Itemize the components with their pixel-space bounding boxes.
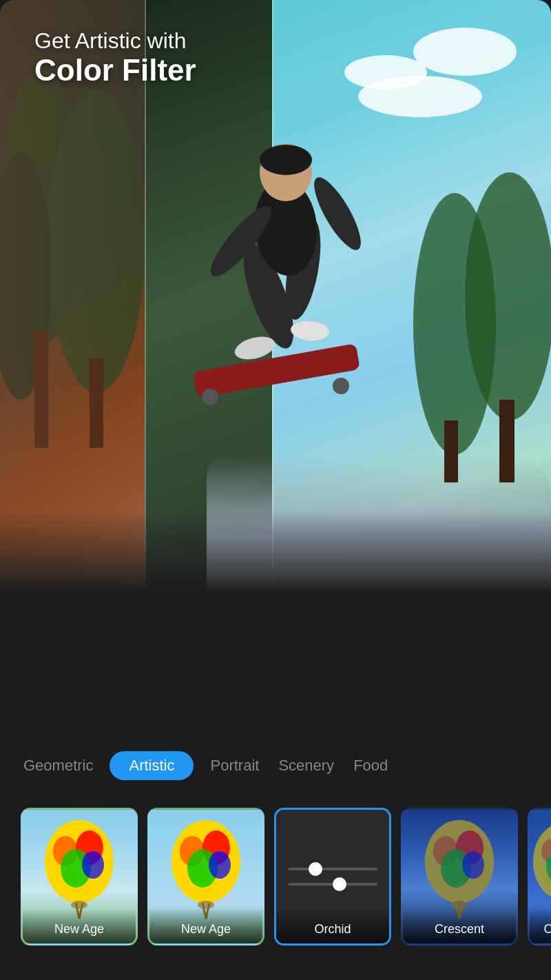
tab-scenery[interactable]: Scenery xyxy=(276,751,337,780)
balloon-icon-2 xyxy=(165,817,247,920)
bottom-panel: Geometric Artistic Portrait Scenery Food… xyxy=(0,593,551,980)
svg-point-10 xyxy=(202,389,218,405)
filter-label-4: Crescent xyxy=(403,908,516,943)
tab-food[interactable]: Food xyxy=(351,751,391,780)
filter-crescent-2[interactable]: Cres... xyxy=(528,808,551,946)
svg-point-6 xyxy=(260,145,312,175)
filter-crescent[interactable]: Crescent xyxy=(401,808,518,946)
bottom-fade xyxy=(0,510,551,593)
svg-point-25 xyxy=(82,851,104,879)
hero-subtitle: Get Artistic with xyxy=(34,28,196,54)
balloon-icon-5 xyxy=(528,817,551,920)
svg-point-31 xyxy=(209,851,231,879)
filter-row: New Age New Age xyxy=(0,801,551,952)
tab-artistic[interactable]: Artistic xyxy=(110,751,194,780)
filter-label-2: New Age xyxy=(149,908,262,943)
tab-portrait[interactable]: Portrait xyxy=(207,751,262,780)
filter-label-5: Cres... xyxy=(530,908,551,943)
empty-space xyxy=(0,593,551,731)
category-tabs: Geometric Artistic Portrait Scenery Food xyxy=(0,731,551,794)
hero-section: Get Artistic with Color Filter xyxy=(0,0,551,593)
tab-geometric[interactable]: Geometric xyxy=(21,751,96,780)
svg-point-45 xyxy=(533,824,551,899)
hero-title: Color Filter xyxy=(34,54,196,87)
svg-rect-19 xyxy=(499,400,514,482)
orchid-settings-icon xyxy=(288,868,377,886)
cloud-1 xyxy=(413,28,517,76)
filter-label-1: New Age xyxy=(23,908,136,943)
filter-orchid[interactable]: Orchid xyxy=(274,808,391,946)
svg-rect-20 xyxy=(444,420,458,482)
svg-point-8 xyxy=(290,320,330,343)
filter-new-age-2[interactable]: New Age xyxy=(147,808,264,946)
balloon-icon-4 xyxy=(418,817,501,920)
balloon-icon-1 xyxy=(38,817,121,920)
skater-illustration xyxy=(103,34,413,517)
filter-label-3: Orchid xyxy=(276,908,389,943)
svg-point-11 xyxy=(333,378,349,394)
filter-new-age-1[interactable]: New Age xyxy=(21,808,138,946)
trees-right xyxy=(399,172,551,482)
svg-point-18 xyxy=(413,193,496,455)
hero-text-block: Get Artistic with Color Filter xyxy=(34,28,196,88)
svg-point-39 xyxy=(425,820,494,903)
